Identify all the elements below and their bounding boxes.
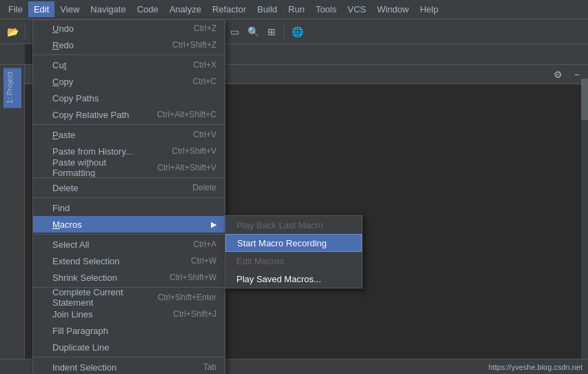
menu-find[interactable]: Find bbox=[33, 199, 225, 216]
menu-duplicate-line[interactable]: Duplicate Line bbox=[33, 339, 225, 355]
menu-code[interactable]: Code bbox=[132, 1, 164, 17]
gear-icon[interactable]: ⚙ bbox=[549, 66, 566, 83]
menu-undo[interactable]: Undo Ctrl+Z bbox=[33, 20, 225, 37]
menu-join-lines[interactable]: Join Lines Ctrl+Shift+J bbox=[33, 306, 225, 322]
menu-copy-paths[interactable]: Copy Paths bbox=[33, 90, 225, 106]
macros-submenu: Play Back Last Macro Start Macro Recordi… bbox=[225, 215, 363, 288]
menu-vcs[interactable]: VCS bbox=[342, 1, 372, 17]
menu-copy-relative-path[interactable]: Copy Relative Path Ctrl+Alt+Shift+C bbox=[33, 106, 225, 123]
menu-copy[interactable]: Copy Ctrl+C bbox=[33, 73, 225, 90]
menu-view[interactable]: View bbox=[54, 1, 85, 17]
menu-paste[interactable]: Paste Ctrl+V bbox=[33, 126, 225, 143]
menu-macros[interactable]: Macros ▶ Play Back Last Macro Start Macr… bbox=[33, 216, 225, 233]
menu-select-all[interactable]: Select All Ctrl+A bbox=[33, 236, 225, 253]
edit-menu: Undo Ctrl+Z Redo Ctrl+Shift+Z Cut Ctrl+X… bbox=[32, 19, 225, 374]
sep-1 bbox=[33, 55, 225, 55]
globe-btn[interactable]: 🌐 bbox=[289, 23, 305, 40]
toolbar-sep-5 bbox=[284, 25, 285, 39]
menu-extend-selection[interactable]: Extend Selection Ctrl+W bbox=[33, 253, 225, 269]
open-folder-btn[interactable]: 📂 bbox=[4, 23, 21, 40]
menu-redo[interactable]: Redo Ctrl+Shift+Z bbox=[33, 37, 225, 53]
menu-window[interactable]: Window bbox=[372, 1, 414, 17]
sep-2 bbox=[33, 124, 225, 125]
sep-5 bbox=[33, 234, 225, 235]
menu-bar: File Edit View Navigate Code Analyze Ref… bbox=[0, 0, 588, 19]
macro-play-saved[interactable]: Play Saved Macros... bbox=[225, 270, 362, 288]
menu-shrink-selection[interactable]: Shrink Selection Ctrl+Shift+W bbox=[33, 269, 225, 286]
menu-tools[interactable]: Tools bbox=[310, 1, 342, 17]
menu-navigate[interactable]: Navigate bbox=[85, 1, 131, 17]
menu-analyze[interactable]: Analyze bbox=[164, 1, 207, 17]
menu-delete[interactable]: Delete Delete bbox=[33, 179, 225, 196]
scrollbar-thumb[interactable] bbox=[581, 79, 588, 120]
sidebar-tab-project[interactable]: 1: Project bbox=[3, 68, 21, 108]
status-url: https://yveshe.blog.csdn.net bbox=[489, 363, 582, 371]
menu-refactor[interactable]: Refactor bbox=[207, 1, 252, 17]
menu-run[interactable]: Run bbox=[283, 1, 310, 17]
rect-btn-1[interactable]: ▭ bbox=[226, 23, 243, 40]
menu-cut[interactable]: Cut Ctrl+X bbox=[33, 57, 225, 73]
menu-build[interactable]: Build bbox=[252, 1, 283, 17]
macro-play-last[interactable]: Play Back Last Macro bbox=[225, 216, 362, 234]
menu-file[interactable]: File bbox=[3, 1, 28, 17]
menu-indent-selection[interactable]: Indent Selection Tab bbox=[33, 359, 225, 374]
sep-7 bbox=[33, 357, 225, 357]
search-btn[interactable]: 🔍 bbox=[245, 23, 261, 40]
sep-3 bbox=[33, 177, 225, 178]
macro-edit[interactable]: Edit Macros bbox=[225, 252, 362, 270]
menu-paste-no-format[interactable]: Paste without Formatting Ctrl+Alt+Shift+… bbox=[33, 159, 225, 176]
scrollbar[interactable] bbox=[581, 65, 588, 374]
sidebar: 1: Project bbox=[0, 65, 25, 374]
menu-edit[interactable]: Edit bbox=[28, 1, 54, 17]
macro-start-recording[interactable]: Start Macro Recording bbox=[225, 234, 362, 252]
menu-help[interactable]: Help bbox=[414, 1, 444, 17]
sep-4 bbox=[33, 197, 225, 198]
menu-fill-paragraph[interactable]: Fill Paragraph bbox=[33, 322, 225, 339]
toolbar-sep-1 bbox=[25, 25, 26, 39]
menu-complete-statement[interactable]: Complete Current Statement Ctrl+Shift+En… bbox=[33, 289, 225, 306]
db-btn[interactable]: ⊞ bbox=[263, 23, 280, 40]
